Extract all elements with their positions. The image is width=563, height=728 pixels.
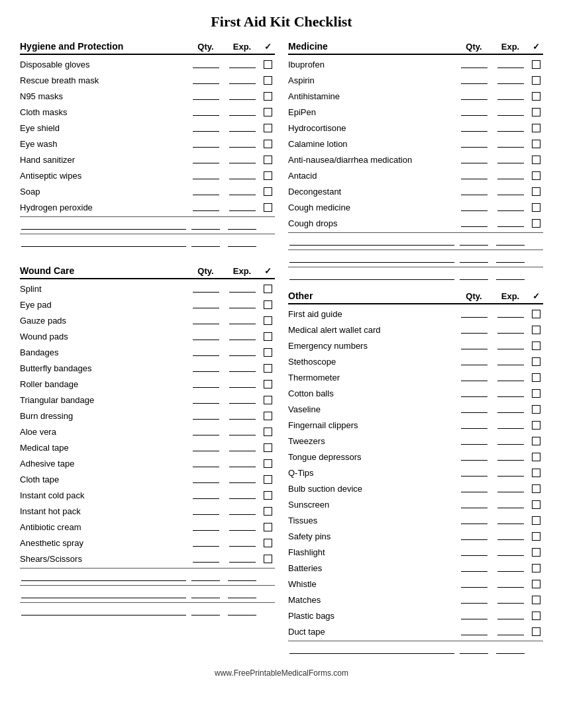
exp-cell [224, 154, 260, 165]
checkbox[interactable] [264, 285, 272, 293]
checkbox[interactable] [532, 627, 540, 636]
medicine-title: Medicine [288, 41, 456, 52]
checkbox[interactable] [532, 484, 540, 493]
checkbox[interactable] [264, 316, 272, 325]
checkbox[interactable] [532, 60, 540, 69]
list-item: Anesthetic spray [20, 535, 275, 551]
exp-cell [224, 315, 260, 326]
exp-cell [224, 347, 260, 357]
checkbox[interactable] [264, 171, 272, 180]
check-cell [260, 124, 275, 132]
qty-cell [187, 186, 224, 197]
checkbox[interactable] [264, 459, 272, 468]
checkbox[interactable] [532, 516, 540, 525]
exp-cell [224, 122, 260, 133]
checkbox[interactable] [532, 469, 540, 477]
checkbox[interactable] [264, 124, 272, 132]
checkbox[interactable] [532, 124, 540, 132]
checkbox[interactable] [264, 60, 272, 69]
checkbox[interactable] [532, 140, 540, 148]
exp-cell [224, 379, 260, 389]
checkbox[interactable] [532, 92, 540, 101]
checkbox[interactable] [264, 92, 272, 101]
exp-cell [492, 578, 529, 589]
qty-cell [187, 299, 224, 310]
checkbox[interactable] [532, 580, 540, 588]
checkbox[interactable] [264, 539, 272, 547]
qty-cell [187, 410, 224, 421]
item-label: Emergency numbers [288, 341, 456, 351]
checkbox[interactable] [532, 421, 540, 430]
exp-cell [492, 218, 529, 228]
checkbox[interactable] [532, 500, 540, 509]
checkbox[interactable] [532, 389, 540, 398]
item-label: Antihistamine [288, 91, 456, 101]
checkbox[interactable] [264, 491, 272, 500]
qty-cell [456, 578, 492, 589]
checkbox[interactable] [264, 108, 272, 116]
checkbox[interactable] [532, 156, 540, 164]
list-item: Hand sanitizer [20, 152, 275, 167]
list-item: Matches [288, 592, 543, 608]
checkbox[interactable] [532, 341, 540, 350]
checkbox[interactable] [264, 396, 272, 404]
checkbox[interactable] [264, 380, 272, 388]
list-item: Safety pins [288, 528, 543, 544]
hygiene-qty-header: Qty. [187, 42, 224, 52]
list-item: Fingernail clippers [288, 417, 543, 433]
checkbox[interactable] [264, 156, 272, 164]
checkbox[interactable] [532, 357, 540, 366]
item-label: Eye shield [20, 123, 187, 133]
checkbox[interactable] [264, 203, 272, 212]
checkbox[interactable] [264, 300, 272, 309]
check-cell [529, 76, 543, 85]
checkbox[interactable] [532, 310, 540, 318]
checkbox[interactable] [532, 548, 540, 557]
wound-items-list: Splint Eye pad Gauze pads Wound pads [20, 281, 275, 567]
checkbox[interactable] [532, 596, 540, 604]
checkbox[interactable] [264, 187, 272, 196]
checkbox[interactable] [532, 612, 540, 620]
checkbox[interactable] [264, 364, 272, 373]
checkbox[interactable] [532, 437, 540, 445]
checkbox[interactable] [532, 453, 540, 461]
checkbox[interactable] [532, 203, 540, 212]
checkbox[interactable] [532, 405, 540, 414]
exp-cell [492, 340, 529, 351]
checkbox[interactable] [264, 428, 272, 436]
checkbox[interactable] [264, 523, 272, 531]
medicine-check-header: ✓ [529, 42, 543, 52]
checkbox[interactable] [264, 443, 272, 452]
checkbox[interactable] [532, 187, 540, 196]
wound-blank-3 [20, 602, 275, 618]
check-cell [260, 108, 275, 116]
exp-cell [492, 404, 529, 414]
checkbox[interactable] [532, 219, 540, 228]
checkbox[interactable] [532, 532, 540, 541]
checkbox[interactable] [264, 555, 272, 563]
checkbox[interactable] [532, 108, 540, 116]
exp-cell [224, 522, 260, 532]
list-item: Triangular bandage [20, 392, 275, 408]
list-item: Aloe vera [20, 424, 275, 439]
exp-cell [492, 594, 529, 605]
item-label: Eye pad [20, 300, 187, 310]
checkbox[interactable] [264, 507, 272, 516]
check-cell [260, 555, 275, 563]
checkbox[interactable] [264, 332, 272, 341]
qty-cell [187, 442, 224, 453]
checkbox[interactable] [264, 412, 272, 420]
checkbox[interactable] [532, 171, 540, 180]
checkbox[interactable] [264, 76, 272, 85]
list-item: Aspirin [288, 72, 543, 88]
checkbox[interactable] [264, 348, 272, 357]
checkbox[interactable] [532, 76, 540, 85]
checkbox[interactable] [532, 326, 540, 334]
item-label: Aspirin [288, 75, 456, 85]
checkbox[interactable] [264, 475, 272, 484]
checkbox[interactable] [532, 564, 540, 572]
checkbox[interactable] [532, 373, 540, 382]
checkbox[interactable] [264, 140, 272, 148]
check-cell [529, 373, 543, 382]
exp-cell [492, 467, 529, 478]
